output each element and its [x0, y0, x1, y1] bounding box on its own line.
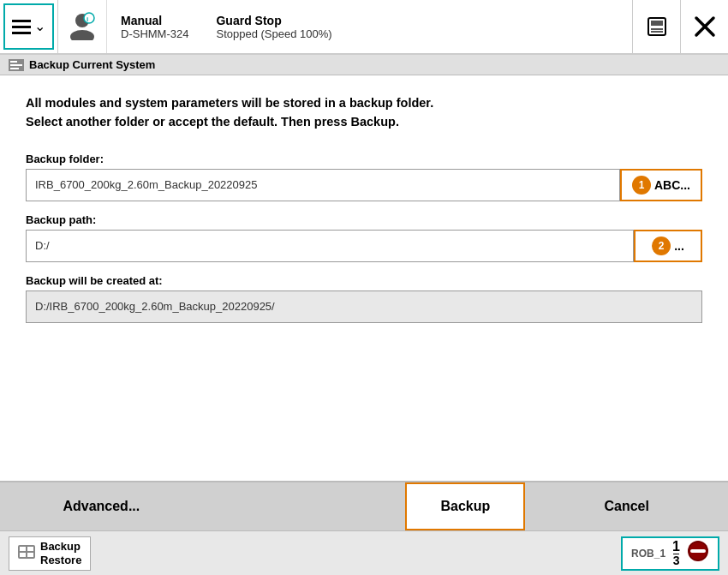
status-bar: Backup Restore ROB_1 1 3: [0, 530, 728, 575]
backup-restore-icon: [18, 545, 35, 562]
backup-created-input: [26, 290, 702, 323]
backup-path-input[interactable]: [26, 230, 634, 262]
path-btn-label: ...: [674, 239, 684, 253]
stopped-label: Stopped (Speed 100%): [216, 27, 618, 40]
rob-label: ROB_1: [631, 548, 665, 560]
cancel-button[interactable]: Cancel: [525, 482, 728, 530]
fraction-numerator: 1: [672, 540, 680, 554]
hamburger-icon[interactable]: [12, 20, 31, 34]
svg-rect-13: [10, 68, 19, 69]
backup-button[interactable]: Backup: [405, 482, 525, 530]
main-content: All modules and system parameters will b…: [0, 75, 728, 347]
svg-rect-15: [20, 547, 26, 551]
subtitle-icon: [9, 59, 24, 71]
robot-status: ROB_1 1 3: [621, 536, 719, 571]
backup-path-button[interactable]: 2 ...: [634, 230, 702, 262]
svg-rect-17: [20, 553, 26, 557]
svg-rect-18: [27, 553, 33, 557]
user-button[interactable]: i: [57, 0, 106, 53]
svg-rect-16: [27, 547, 33, 551]
fraction-display: 1 3: [672, 540, 680, 566]
svg-rect-11: [10, 61, 17, 63]
mode-info: Manual D-SHMM-324: [106, 0, 202, 53]
top-bar: ⌄ i Manual D-SHMM-324 Guard Stop Stopped…: [0, 0, 728, 55]
mode-label: Manual: [121, 14, 188, 27]
backup-folder-group: Backup folder: 1 ABC...: [26, 153, 702, 201]
backup-created-row: [26, 290, 702, 323]
menu-button[interactable]: ⌄: [3, 3, 54, 50]
fraction-denominator: 3: [673, 554, 680, 566]
backup-restore-label: Backup Restore: [40, 540, 81, 566]
folder-badge: 1: [632, 176, 651, 195]
device-label: D-SHMM-324: [121, 27, 188, 40]
backup-folder-label: Backup folder:: [26, 153, 702, 165]
user-icon: i: [67, 9, 98, 44]
chevron-down-icon[interactable]: ⌄: [34, 20, 45, 33]
guard-stop-label: Guard Stop: [216, 14, 618, 27]
svg-rect-20: [690, 549, 706, 553]
backup-path-group: Backup path: 2 ...: [26, 213, 702, 262]
backup-created-label: Backup will be created at:: [26, 274, 702, 287]
path-badge: 2: [652, 237, 671, 255]
svg-point-1: [70, 30, 94, 40]
action-bar: Advanced... Backup Cancel: [0, 481, 728, 530]
status-info: Guard Stop Stopped (Speed 100%): [202, 0, 632, 53]
folder-btn-label: ABC...: [654, 178, 690, 192]
close-button[interactable]: [680, 0, 728, 53]
backup-path-row: 2 ...: [26, 230, 702, 262]
no-entry-icon: [687, 540, 709, 566]
backup-folder-button[interactable]: 1 ABC...: [620, 169, 702, 201]
description: All modules and system parameters will b…: [26, 94, 702, 132]
advanced-button[interactable]: Advanced...: [0, 482, 203, 530]
svg-point-2: [84, 13, 94, 23]
subtitle-bar: Backup Current System: [0, 55, 728, 75]
svg-rect-5: [651, 21, 663, 26]
backup-created-group: Backup will be created at:: [26, 274, 702, 323]
minimize-button[interactable]: [632, 0, 680, 53]
backup-folder-row: 1 ABC...: [26, 169, 702, 201]
svg-rect-12: [10, 64, 22, 66]
subtitle-label: Backup Current System: [29, 58, 155, 71]
description-line1: All modules and system parameters will b…: [26, 94, 702, 113]
backup-folder-input[interactable]: [26, 169, 620, 201]
svg-text:i: i: [87, 15, 88, 23]
backup-restore-button[interactable]: Backup Restore: [9, 536, 91, 571]
description-line2: Select another folder or accept the defa…: [26, 113, 702, 132]
backup-path-label: Backup path:: [26, 213, 702, 226]
